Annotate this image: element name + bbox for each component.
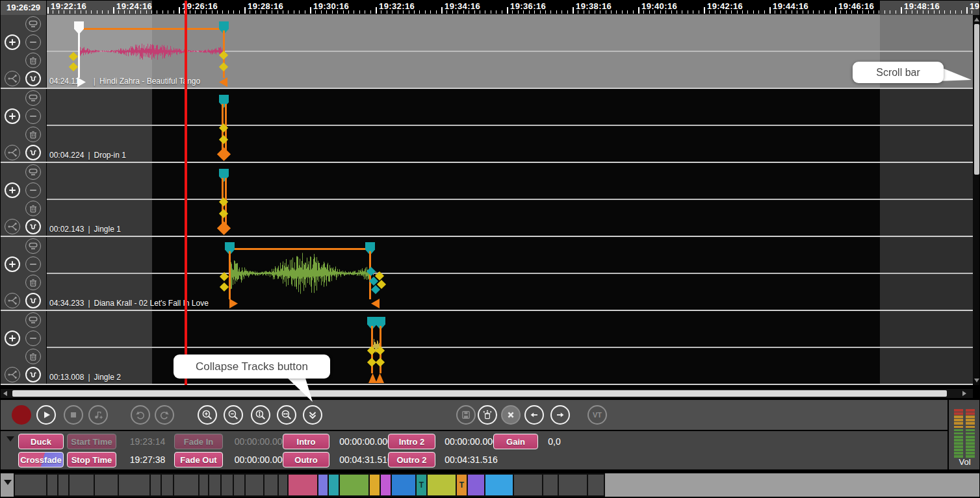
ruler-tick bbox=[305, 10, 305, 14]
next-button[interactable] bbox=[550, 405, 570, 425]
collapse-track-button[interactable] bbox=[25, 90, 41, 106]
playlist-block[interactable] bbox=[173, 473, 200, 497]
remove-button[interactable] bbox=[25, 330, 41, 346]
scroll-up-icon[interactable] bbox=[974, 18, 979, 21]
zoom-horizontal-button[interactable] bbox=[277, 405, 296, 425]
fade-in-button[interactable]: Fade In bbox=[174, 434, 223, 449]
split-button[interactable] bbox=[5, 293, 20, 308]
remove-button[interactable] bbox=[25, 34, 41, 50]
playlist-block[interactable] bbox=[287, 473, 318, 497]
add-button[interactable] bbox=[5, 330, 20, 346]
playlist-block[interactable] bbox=[391, 473, 417, 497]
playlist-block[interactable] bbox=[426, 473, 457, 497]
split-button[interactable] bbox=[5, 367, 20, 382]
playlist-block[interactable] bbox=[68, 473, 95, 497]
zoom-out-button[interactable] bbox=[224, 405, 243, 425]
collapse-strip-icon[interactable] bbox=[4, 480, 12, 485]
playlist-block[interactable] bbox=[484, 473, 514, 497]
collapse-tracks-button[interactable] bbox=[303, 405, 322, 425]
playlist-block[interactable] bbox=[161, 473, 174, 497]
ruler-tick bbox=[616, 10, 617, 14]
split-icon bbox=[6, 147, 18, 158]
collapse-track-button[interactable] bbox=[25, 312, 41, 328]
playlist-block[interactable] bbox=[542, 473, 559, 497]
playlist-block[interactable] bbox=[467, 473, 485, 497]
playlist-block[interactable] bbox=[244, 473, 264, 497]
trash-button[interactable] bbox=[25, 275, 41, 290]
playlist-block[interactable] bbox=[94, 473, 119, 497]
save-button[interactable] bbox=[456, 405, 476, 425]
playlist-block[interactable] bbox=[263, 473, 279, 497]
cancel-button[interactable] bbox=[501, 405, 521, 425]
envelope-button[interactable] bbox=[25, 293, 41, 308]
record-button[interactable] bbox=[12, 405, 31, 425]
play-button[interactable] bbox=[36, 405, 56, 425]
track-duration: 04:24.11 bbox=[49, 77, 79, 86]
redo-button[interactable] bbox=[155, 405, 174, 425]
playlist-block[interactable] bbox=[233, 473, 246, 497]
undo-button[interactable] bbox=[131, 405, 150, 425]
remove-button[interactable] bbox=[25, 108, 41, 124]
horizontal-scrollbar-thumb[interactable] bbox=[12, 390, 947, 397]
add-audio-button[interactable] bbox=[88, 405, 108, 425]
trash-button[interactable] bbox=[25, 201, 41, 216]
horizontal-scrollbar[interactable] bbox=[1, 389, 973, 398]
remove-button[interactable] bbox=[25, 182, 41, 198]
vertical-scrollbar-thumb[interactable] bbox=[974, 24, 979, 175]
add-button[interactable] bbox=[5, 182, 20, 198]
track-row: 00:13.008|Jingle 2 bbox=[1, 311, 980, 385]
playlist-block[interactable] bbox=[513, 473, 543, 497]
stop-button[interactable] bbox=[64, 405, 83, 425]
add-button[interactable] bbox=[5, 256, 20, 272]
meter-segment bbox=[966, 436, 975, 438]
scroll-right-icon[interactable] bbox=[962, 391, 966, 396]
collapse-panel-icon[interactable] bbox=[6, 436, 14, 442]
envelope-button[interactable] bbox=[25, 367, 41, 382]
add-button[interactable] bbox=[5, 108, 20, 124]
collapse-track-button[interactable] bbox=[25, 238, 41, 254]
zoom-vertical-button[interactable] bbox=[251, 405, 270, 425]
playlist-block[interactable] bbox=[587, 473, 605, 497]
playlist-block[interactable] bbox=[220, 473, 234, 497]
playlist-block[interactable] bbox=[558, 473, 588, 497]
split-button[interactable] bbox=[5, 71, 20, 86]
trash-button[interactable] bbox=[25, 53, 41, 68]
voice-track-button[interactable]: VT bbox=[587, 405, 607, 425]
trash-button[interactable] bbox=[25, 349, 41, 364]
trash-icon bbox=[27, 55, 39, 66]
stop-time-button[interactable]: Stop Time bbox=[67, 452, 116, 467]
collapse-track-button[interactable] bbox=[25, 16, 41, 32]
outro-button[interactable]: Outro bbox=[283, 452, 329, 467]
outro-2-button[interactable]: Outro 2 bbox=[388, 452, 435, 467]
envelope-button[interactable] bbox=[25, 71, 41, 86]
duck-button[interactable]: Duck bbox=[18, 434, 64, 449]
split-button[interactable] bbox=[5, 145, 20, 160]
start-time-button[interactable]: Start Time bbox=[67, 434, 116, 449]
vertical-scrollbar[interactable] bbox=[973, 15, 980, 385]
crossfade-button[interactable]: Crossfade bbox=[18, 452, 64, 467]
ruler-tick bbox=[222, 10, 223, 14]
add-button[interactable] bbox=[5, 34, 20, 50]
intro-button[interactable]: Intro bbox=[283, 434, 329, 449]
fade-out-button[interactable]: Fade Out bbox=[174, 452, 223, 467]
playlist-block[interactable] bbox=[118, 473, 151, 497]
remove-button[interactable] bbox=[25, 256, 41, 272]
intro-2-button[interactable]: Intro 2 bbox=[388, 434, 435, 449]
scroll-down-icon[interactable] bbox=[974, 379, 979, 382]
zoom-in-button[interactable] bbox=[198, 405, 217, 425]
split-button[interactable] bbox=[5, 219, 20, 234]
envelope-button[interactable] bbox=[25, 219, 41, 234]
timeline-ruler[interactable]: 19:22:1619:24:1619:26:1619:28:1619:30:16… bbox=[1, 1, 980, 15]
playlist-block[interactable] bbox=[208, 473, 222, 497]
remove-icon bbox=[27, 332, 39, 344]
scroll-left-icon[interactable] bbox=[3, 391, 7, 396]
trash-button[interactable] bbox=[25, 127, 41, 142]
delete-markers-button[interactable] bbox=[478, 405, 497, 425]
collapse-track-button[interactable] bbox=[25, 164, 41, 180]
playlist-block[interactable] bbox=[14, 473, 47, 497]
ruler-tick-label: 19:48:16 bbox=[904, 1, 940, 11]
gain-button[interactable]: Gain bbox=[493, 434, 538, 449]
envelope-button[interactable] bbox=[25, 145, 41, 160]
previous-button[interactable] bbox=[524, 405, 544, 425]
playlist-block[interactable] bbox=[339, 473, 370, 497]
